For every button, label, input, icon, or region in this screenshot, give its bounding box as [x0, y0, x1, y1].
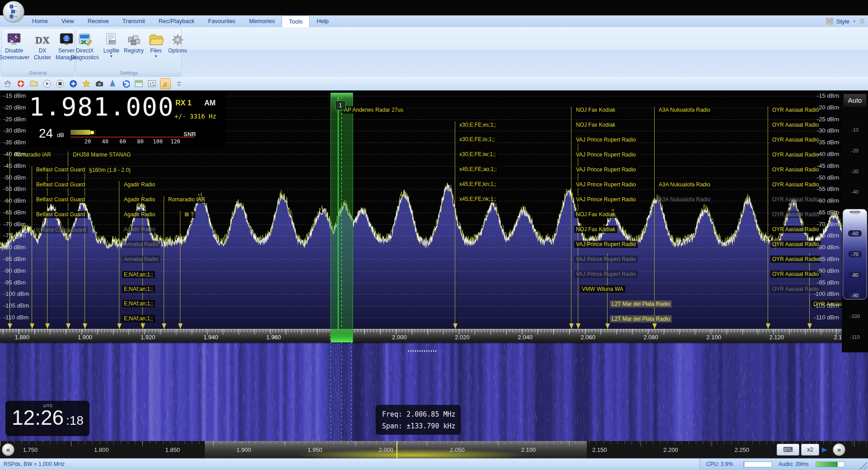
tab-favourites[interactable]: Favourites: [201, 15, 242, 27]
station-label[interactable]: x30;E;FE;io;1;;: [458, 136, 497, 143]
play-icon[interactable]: [42, 79, 52, 89]
snr-scale-line: [71, 137, 194, 138]
signal-energy-glow: [286, 448, 539, 458]
scroll-right-button[interactable]: »: [833, 443, 845, 456]
registry-button[interactable]: Registry: [122, 31, 146, 62]
station-label[interactable]: A3A Nukualofa Radio: [657, 196, 712, 203]
station-label[interactable]: NOJ Fax Kodiak: [574, 106, 617, 114]
station-label[interactable]: Agadir Radio: [122, 226, 157, 233]
pane-markers-icon[interactable]: [147, 79, 157, 89]
station-label[interactable]: Iceland Coast Guard: [34, 226, 88, 233]
tab-view[interactable]: View: [55, 15, 81, 27]
station-label[interactable]: NOJ Fax Kodiak: [574, 121, 617, 128]
station-label[interactable]: Annaba Radio: [122, 256, 160, 263]
station-label[interactable]: A3A Nukualofa Radio: [657, 106, 712, 114]
station-label[interactable]: VAJ Prince Rupert Radio: [574, 256, 638, 263]
toolbar-overflow-icon[interactable]: [174, 79, 184, 89]
station-label[interactable]: A3A Nukualofa Radio: [657, 181, 712, 188]
band-navigation-bar[interactable]: 1.7501.8001.8501.9001.9502.0002.0502.100…: [0, 441, 868, 458]
add-icon[interactable]: [68, 79, 78, 89]
station-label[interactable]: VMW Wiluna WA: [580, 285, 625, 293]
mode-label[interactable]: AM: [204, 99, 216, 107]
play-arrow-button[interactable]: ▶: [822, 446, 827, 454]
pane-splitter-grip[interactable]: [408, 350, 437, 352]
station-label[interactable]: VAJ Prince Rupert Radio: [574, 166, 638, 173]
dx-cluster-button[interactable]: DXDXCluster: [32, 31, 53, 62]
minimize-ribbon-icon[interactable]: ⌃⌄: [826, 18, 833, 25]
station-label[interactable]: x30;E;FE;iw;1;;: [458, 151, 498, 158]
tuning-region[interactable]: [330, 93, 353, 329]
station-label[interactable]: x30;E;FE;es;1;;: [458, 121, 498, 128]
tab-rec-playback[interactable]: Rec/Playback: [152, 15, 201, 27]
station-label[interactable]: Romaradio IAR: [166, 196, 207, 203]
audio-note-icon[interactable]: ♫: [160, 78, 171, 89]
pane-layout-icon[interactable]: [134, 79, 144, 89]
station-label[interactable]: x45;E;FE;kn;1;;: [458, 180, 498, 188]
folder-open-icon[interactable]: [29, 79, 39, 89]
station-label[interactable]: VAJ Prince Rupert Radio: [574, 241, 638, 248]
tab-transmit[interactable]: Transmit: [116, 15, 152, 27]
directx-diagnostics-button[interactable]: DirectXDiagnostics: [69, 31, 101, 62]
stop-icon[interactable]: [55, 79, 65, 89]
zoom-x2-button[interactable]: x2: [801, 444, 819, 456]
station-label[interactable]: Belfast Coast Guard: [34, 196, 87, 203]
frequency-axis-label: 2.060: [580, 334, 595, 341]
scroll-left-button[interactable]: «: [2, 443, 14, 456]
station-label[interactable]: L2T Mar del Plata Radio: [610, 315, 672, 323]
station-label[interactable]: NOJ Fax Kodiak: [574, 211, 617, 218]
station-label[interactable]: NOJ Fax Kodiak: [574, 226, 617, 233]
options-button[interactable]: Options: [166, 31, 189, 62]
station-label[interactable]: E;NAf;an;1;;: [122, 300, 155, 307]
station-label[interactable]: Belfast Coast Guard: [34, 166, 87, 173]
station-label[interactable]: VAJ Prince Rupert Radio: [574, 196, 638, 203]
station-label[interactable]: Agadir Radio: [122, 181, 157, 188]
station-label[interactable]: E;NAf;an;1;;: [122, 271, 155, 278]
tab-help[interactable]: Help: [310, 15, 335, 27]
spectrum-display[interactable]: 1 1.981.000 RX 1 AM +/- 3316 Hz 24 dB 20…: [0, 90, 868, 329]
station-label[interactable]: DHJ58 Marine STANAG: [71, 151, 132, 158]
gear-icon[interactable]: ⚙: [859, 17, 865, 25]
station-label[interactable]: x45;E;FE;nk;1;;: [458, 195, 498, 203]
frequency-readout[interactable]: 1.981.000: [29, 92, 174, 121]
tab-receive[interactable]: Receive: [81, 15, 116, 27]
spectrum-frequency-axis[interactable]: 1.8801.9001.9201.9401.9601.9802.0002.020…: [0, 329, 842, 342]
disable-screensaver-button[interactable]: DisableScreensaver: [0, 31, 32, 62]
auto-button[interactable]: Auto: [844, 94, 866, 107]
station-label[interactable]: Annaba Radio: [122, 241, 160, 248]
logfile-button[interactable]: LOGLogfile▼: [101, 31, 122, 62]
style-dropdown-icon[interactable]: ▼: [853, 19, 856, 24]
station-label[interactable]: E;NAf;an;1;;: [122, 315, 155, 322]
station-label[interactable]: x45;E;FE;ao;1;;: [458, 166, 499, 173]
station-label[interactable]: Belfast Coast Guard: [34, 211, 87, 218]
station-label[interactable]: ⊠ ?: [183, 211, 195, 218]
station-label[interactable]: E;NAf;an;1;;: [122, 285, 155, 293]
station-label[interactable]: Agadir Radio: [122, 211, 157, 218]
station-label[interactable]: VAJ Prince Rupert Radio: [574, 181, 638, 188]
station-marker-arrow-icon: [30, 323, 34, 329]
snapshot-camera-icon[interactable]: [94, 79, 104, 89]
station-label[interactable]: §160m (1.8 - 2.0): [87, 166, 132, 174]
station-label[interactable]: L2T Mar del Plata Radio: [610, 300, 672, 308]
resize-grip[interactable]: [858, 461, 867, 470]
tab-home[interactable]: Home: [25, 15, 55, 27]
plumb-icon[interactable]: [108, 79, 118, 89]
dropdown-arrow-icon[interactable]: ▼: [154, 54, 158, 58]
station-label[interactable]: Belfast Coast Guard: [34, 181, 87, 188]
undo-icon[interactable]: [121, 79, 131, 89]
station-label[interactable]: AP Andenes Radar 27us: [342, 106, 405, 114]
station-label[interactable]: VAJ Prince Rupert Radio: [574, 136, 638, 143]
files-button[interactable]: Files▼: [146, 31, 166, 62]
station-label[interactable]: Agadir Radio: [122, 196, 157, 203]
tab-memories[interactable]: Memories: [242, 15, 282, 27]
favourite-star-icon[interactable]: [81, 79, 91, 89]
home-icon[interactable]: [3, 79, 13, 89]
help-lifebuoy-icon[interactable]: [16, 79, 26, 89]
app-menu-button[interactable]: [3, 1, 24, 23]
station-label[interactable]: VAJ Prince Rupert Radio: [574, 151, 638, 158]
keyboard-entry-button[interactable]: ⌨: [777, 444, 799, 456]
style-menu[interactable]: Style: [836, 18, 849, 25]
station-label[interactable]: VAJ Prince Rupert Radio: [574, 271, 638, 278]
dropdown-arrow-icon[interactable]: ▼: [109, 54, 113, 58]
waterfall-display[interactable]: UTC 12:26 :18 Freq: 2.006.85 MHz Span: ±…: [0, 342, 868, 441]
tab-tools[interactable]: Tools: [282, 15, 310, 27]
